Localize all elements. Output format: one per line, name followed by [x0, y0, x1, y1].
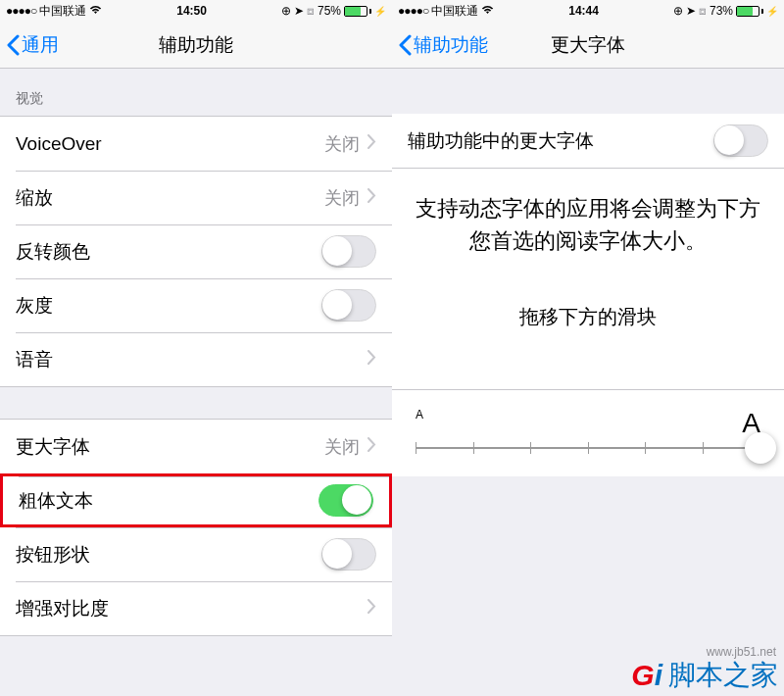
signal-dots: ●●●●○ — [398, 4, 428, 18]
location-icon: ➤ — [294, 4, 304, 18]
nav-bar: 通用 辅助功能 — [0, 22, 392, 69]
nav-bar: 辅助功能 更大字体 — [392, 22, 784, 69]
cell-label: 反转颜色 — [16, 239, 90, 265]
wifi-icon — [89, 4, 102, 18]
battery-pct: 73% — [710, 4, 733, 18]
cell-increase-contrast[interactable]: 增强对比度 — [0, 581, 392, 635]
location-icon: ➤ — [686, 4, 696, 18]
chevron-right-icon — [368, 134, 376, 153]
lock-icon: ⊕ — [673, 4, 683, 18]
cell-label: 辅助功能中的更大字体 — [408, 128, 594, 154]
text-size-slider[interactable] — [416, 447, 760, 449]
cell-invert-colors[interactable]: 反转颜色 — [0, 224, 392, 278]
cell-group-text: 更大字体 关闭 粗体文本 按钮形状 增强对比度 — [0, 419, 392, 636]
toggle-invert[interactable] — [321, 235, 376, 268]
cell-label: 缩放 — [16, 185, 53, 211]
cell-bold-text[interactable]: 粗体文本 — [0, 473, 392, 527]
cell-group-vision: VoiceOver 关闭 缩放 关闭 反转颜色 灰度 语音 — [0, 116, 392, 387]
toggle-button-shapes[interactable] — [321, 538, 376, 571]
status-bar: ●●●●○ 中国联通 14:44 ⊕ ➤ ⧈ 73% ⚡ — [392, 0, 784, 22]
page-title: 更大字体 — [551, 32, 625, 58]
cell-grayscale[interactable]: 灰度 — [0, 278, 392, 332]
back-label: 通用 — [22, 32, 59, 58]
cell-label: 粗体文本 — [19, 488, 93, 514]
toggle-grayscale[interactable] — [321, 289, 376, 322]
slider-knob[interactable] — [745, 432, 776, 464]
cell-label: 灰度 — [16, 293, 53, 319]
chevron-right-icon — [368, 350, 376, 369]
carrier-label: 中国联通 — [431, 3, 478, 20]
chevron-right-icon — [368, 437, 376, 456]
cell-voiceover[interactable]: VoiceOver 关闭 — [0, 117, 392, 171]
cell-label: 按钮形状 — [16, 542, 90, 568]
cell-label: VoiceOver — [16, 133, 102, 155]
cell-group-accessibility-size: 辅助功能中的更大字体 — [392, 114, 784, 169]
wifi-icon — [481, 4, 494, 18]
lock-icon: ⊕ — [281, 4, 291, 18]
carrier-label: 中国联通 — [39, 3, 86, 20]
watermark-text: 脚本之家 — [668, 657, 778, 694]
battery-icon: ⚡ — [736, 6, 778, 17]
battery-icon: ⚡ — [344, 6, 386, 17]
back-button[interactable]: 通用 — [0, 32, 59, 58]
cell-value: 关闭 — [324, 435, 360, 459]
battery-pct: 75% — [318, 4, 341, 18]
toggle-bold-text[interactable] — [318, 484, 373, 517]
cell-value: 关闭 — [324, 186, 360, 210]
clock-label: 14:50 — [176, 4, 207, 18]
clock-label: 14:44 — [568, 4, 599, 18]
back-button[interactable]: 辅助功能 — [392, 32, 488, 58]
back-label: 辅助功能 — [414, 32, 488, 58]
slider-min-label: A — [416, 408, 423, 439]
cell-speech[interactable]: 语音 — [0, 332, 392, 386]
slider-hint-text: 拖移下方的滑块 — [392, 280, 784, 389]
cell-label: 语音 — [16, 347, 53, 373]
bluetooth-icon: ⧈ — [699, 4, 707, 18]
watermark-url: www.jb51.net — [707, 645, 776, 659]
watermark: www.jb51.net Gi 脚本之家 — [631, 657, 778, 694]
cell-label: 增强对比度 — [16, 596, 109, 621]
chevron-right-icon — [368, 188, 376, 207]
cell-label: 更大字体 — [16, 434, 90, 460]
cell-value: 关闭 — [324, 132, 360, 156]
cell-zoom[interactable]: 缩放 关闭 — [0, 171, 392, 224]
signal-dots: ●●●●○ — [6, 4, 36, 18]
text-size-slider-area: A A — [392, 389, 784, 476]
chevron-right-icon — [368, 599, 376, 618]
cell-accessibility-larger-text[interactable]: 辅助功能中的更大字体 — [392, 114, 784, 168]
description-block: 支持动态字体的应用将会调整为下方您首选的阅读字体大小。 拖移下方的滑块 — [392, 169, 784, 389]
page-title: 辅助功能 — [159, 32, 233, 58]
description-text: 支持动态字体的应用将会调整为下方您首选的阅读字体大小。 — [392, 169, 784, 280]
left-panel: ●●●●○ 中国联通 14:50 ⊕ ➤ ⧈ 75% ⚡ 通用 辅助功能 视觉 … — [0, 0, 392, 696]
cell-larger-text[interactable]: 更大字体 关闭 — [0, 420, 392, 473]
status-bar: ●●●●○ 中国联通 14:50 ⊕ ➤ ⧈ 75% ⚡ — [0, 0, 392, 22]
bluetooth-icon: ⧈ — [307, 4, 315, 18]
section-header-vision: 视觉 — [0, 69, 392, 116]
cell-button-shapes[interactable]: 按钮形状 — [0, 527, 392, 581]
toggle-accessibility-larger[interactable] — [713, 124, 768, 157]
right-panel: ●●●●○ 中国联通 14:44 ⊕ ➤ ⧈ 73% ⚡ 辅助功能 更大字体 辅… — [392, 0, 784, 696]
